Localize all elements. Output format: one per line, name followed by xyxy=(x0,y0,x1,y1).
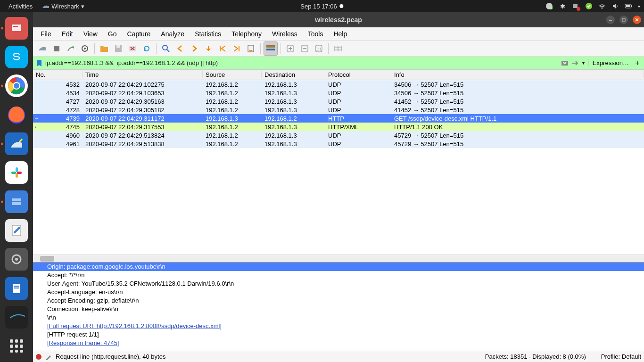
start-capture-button[interactable] xyxy=(36,42,49,55)
resize-columns-button[interactable] xyxy=(331,42,345,55)
expert-info-icon[interactable] xyxy=(36,354,41,360)
menu-statistics[interactable]: Statistics xyxy=(190,29,226,39)
status-ok-icon[interactable] xyxy=(585,2,593,10)
packet-list-scrollbar[interactable] xyxy=(33,255,644,262)
column-destination[interactable]: Destination xyxy=(262,71,325,78)
filter-apply-button[interactable] xyxy=(570,58,580,68)
packet-row[interactable]: 45342020-09-07 22:04:29.103653192.168.1.… xyxy=(33,89,644,97)
menu-wireless[interactable]: Wireless xyxy=(267,29,302,39)
capture-options-button[interactable] xyxy=(78,42,91,55)
detail-line[interactable]: User-Agent: YouTube/15.35.2 CFNetwork/11… xyxy=(33,280,644,288)
menu-analyze[interactable]: Analyze xyxy=(156,29,189,39)
packet-list[interactable]: 45322020-09-07 22:04:29.102275192.168.1.… xyxy=(33,80,644,255)
auto-scroll-button[interactable] xyxy=(244,42,257,55)
column-info[interactable]: Info xyxy=(391,71,644,78)
menu-file[interactable]: File xyxy=(36,29,56,39)
detail-line[interactable]: [HTTP request 1/1] xyxy=(33,330,644,339)
wifi-icon[interactable] xyxy=(598,2,606,10)
dock-firefox[interactable] xyxy=(4,103,29,127)
clock[interactable]: Sep 15 17:06 xyxy=(300,3,343,10)
filter-dropdown-icon[interactable]: ▾ xyxy=(580,60,586,66)
maximize-button[interactable] xyxy=(619,16,628,24)
battery-icon[interactable] xyxy=(625,2,632,10)
dock-terminal[interactable] xyxy=(4,305,29,329)
close-file-button[interactable] xyxy=(126,42,139,55)
chevron-down-icon[interactable]: ▾ xyxy=(638,4,640,9)
detail-line[interactable]: [Response in frame: 4745] xyxy=(33,339,644,347)
open-file-button[interactable] xyxy=(98,42,111,55)
reload-button[interactable] xyxy=(140,42,153,55)
menu-help[interactable]: Help xyxy=(329,29,352,39)
jump-to-button[interactable] xyxy=(202,42,215,55)
svg-point-34 xyxy=(163,45,167,50)
save-file-button[interactable] xyxy=(112,42,125,55)
volume-icon[interactable] xyxy=(611,2,619,10)
column-protocol[interactable]: Protocol xyxy=(325,71,391,78)
menu-view[interactable]: View xyxy=(79,29,102,39)
statusbar-profile[interactable]: Profile: Default xyxy=(597,353,641,360)
edit-icon[interactable] xyxy=(45,354,52,360)
detail-line[interactable]: Accept: */*\r\n xyxy=(33,271,644,280)
colorize-button[interactable] xyxy=(264,42,277,55)
dock-settings[interactable] xyxy=(4,247,29,272)
dock-skype[interactable] xyxy=(4,45,29,69)
close-button[interactable] xyxy=(633,16,641,24)
go-first-button[interactable] xyxy=(216,42,229,55)
filter-clear-button[interactable] xyxy=(560,58,570,68)
detail-line[interactable]: Connection: keep-alive\r\n xyxy=(33,305,644,313)
detail-line[interactable]: Accept-Language: en-us\r\n xyxy=(33,288,644,296)
menu-tools[interactable]: Tools xyxy=(303,29,328,39)
filter-add-button[interactable]: + xyxy=(633,59,642,67)
detail-line[interactable]: [Full request URI: http://192.168.1.2:80… xyxy=(33,322,644,330)
expression-button[interactable]: Expression… xyxy=(588,59,633,66)
dock-apps[interactable] xyxy=(4,334,29,358)
go-last-button[interactable] xyxy=(230,42,243,55)
minimize-button[interactable] xyxy=(606,16,615,24)
svg-point-4 xyxy=(602,8,603,9)
dock-impress[interactable] xyxy=(4,16,29,40)
app-menu[interactable]: Wireshark ▾ xyxy=(37,2,89,10)
packet-list-header[interactable]: No. Time Source Destination Protocol Inf… xyxy=(33,70,644,80)
column-source[interactable]: Source xyxy=(203,71,262,78)
zoom-in-button[interactable] xyxy=(284,42,297,55)
column-no[interactable]: No. xyxy=(33,71,83,78)
dock-editor[interactable] xyxy=(4,218,29,242)
packet-row[interactable]: 49602020-09-07 22:04:29.513824192.168.1.… xyxy=(33,131,644,140)
stop-capture-button[interactable] xyxy=(50,42,63,55)
packet-details-pane[interactable]: Origin: package:com.google.ios.youtube\r… xyxy=(33,262,644,351)
packet-row[interactable]: 47272020-09-07 22:04:29.305163192.168.1.… xyxy=(33,97,644,106)
teams-tray-icon[interactable] xyxy=(572,2,579,10)
dock-files[interactable] xyxy=(4,189,29,214)
menu-go[interactable]: Go xyxy=(103,29,122,39)
packet-row[interactable]: 47282020-09-07 22:04:29.305182192.168.1.… xyxy=(33,106,644,114)
packet-row[interactable]: →47392020-09-07 22:04:29.311172192.168.1… xyxy=(33,114,644,123)
go-back-button[interactable] xyxy=(173,42,187,55)
display-filter-input[interactable] xyxy=(43,59,560,66)
filter-bookmark-icon[interactable] xyxy=(35,59,43,67)
dock-chrome[interactable] xyxy=(4,74,29,98)
wireshark-icon xyxy=(42,2,50,10)
go-forward-button[interactable] xyxy=(188,42,201,55)
zoom-out-button[interactable] xyxy=(298,42,311,55)
dock-writer[interactable] xyxy=(4,276,29,300)
menu-capture[interactable]: Capture xyxy=(123,29,156,39)
menu-edit[interactable]: Edit xyxy=(57,29,78,39)
titlebar[interactable]: wireless2.pcap xyxy=(33,12,644,27)
menu-telephony[interactable]: Telephony xyxy=(227,29,266,39)
svg-rect-15 xyxy=(11,172,16,174)
detail-line[interactable]: Accept-Encoding: gzip, deflate\r\n xyxy=(33,296,644,305)
column-time[interactable]: Time xyxy=(83,71,203,78)
activities-button[interactable]: Activities xyxy=(4,3,37,10)
skype-tray-icon[interactable] xyxy=(545,2,553,10)
restart-capture-button[interactable] xyxy=(64,42,77,55)
packet-row[interactable]: 49612020-09-07 22:04:29.513838192.168.1.… xyxy=(33,140,644,148)
find-button[interactable] xyxy=(159,42,173,55)
packet-row[interactable]: 45322020-09-07 22:04:29.102275192.168.1.… xyxy=(33,80,644,89)
packet-row[interactable]: ←47452020-09-07 22:04:29.317553192.168.1… xyxy=(33,123,644,131)
detail-line[interactable]: \r\n xyxy=(33,313,644,322)
detail-line[interactable]: Origin: package:com.google.ios.youtube\r… xyxy=(33,263,644,271)
zoom-reset-button[interactable]: 1:1 xyxy=(312,42,325,55)
dock-wireshark[interactable] xyxy=(4,132,29,156)
dock-slack[interactable] xyxy=(4,161,29,185)
slack-tray-icon[interactable]: ✱ xyxy=(559,2,566,10)
